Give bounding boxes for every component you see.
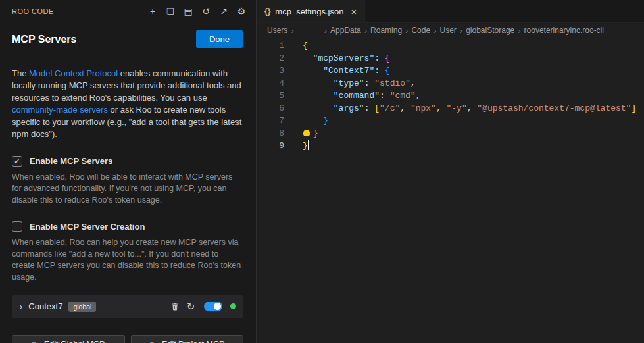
code-line[interactable]: 8} bbox=[257, 127, 644, 140]
breadcrumb-separator-icon: › bbox=[324, 26, 327, 36]
pencil-icon: ✎ bbox=[149, 340, 157, 343]
edit-project-mcp-button[interactable]: ✎ Edit Project MCP bbox=[131, 335, 244, 343]
community-made-servers-link[interactable]: community-made servers bbox=[12, 105, 108, 115]
code-line[interactable]: 5 "command": "cmd", bbox=[257, 90, 644, 102]
intro-segment: The bbox=[12, 68, 29, 78]
mcp-server-row[interactable]: › Context7 global ↻ bbox=[12, 295, 243, 318]
open-in-editor-icon[interactable]: ↗ bbox=[218, 6, 229, 16]
setting-label: Enable MCP Server Creation bbox=[30, 222, 145, 232]
topbar-icons: +❏▤↺↗⚙ bbox=[147, 6, 247, 16]
code-line[interactable]: 7 } bbox=[257, 115, 644, 127]
app-window: ROO CODE +❏▤↺↗⚙ MCP Servers Done The Mod… bbox=[0, 0, 644, 343]
breadcrumb-item[interactable]: User bbox=[439, 26, 456, 35]
sidebar-topbar: ROO CODE +❏▤↺↗⚙ bbox=[0, 0, 256, 22]
breadcrumb-item[interactable]: Roaming bbox=[370, 26, 402, 35]
breadcrumb-separator-icon: › bbox=[518, 26, 520, 36]
json-file-icon: {} bbox=[264, 7, 270, 16]
line-number: 1 bbox=[257, 40, 284, 52]
editor-tab-bar: {} mcp_settings.json × bbox=[257, 0, 644, 23]
line-number: 7 bbox=[257, 115, 284, 127]
breadcrumb-item[interactable]: Users bbox=[267, 26, 287, 35]
breadcrumb-separator-icon: › bbox=[460, 26, 462, 36]
breadcrumb-separator-icon: › bbox=[405, 26, 408, 36]
line-number: 4 bbox=[257, 77, 284, 90]
lightbulb-icon[interactable] bbox=[303, 130, 310, 136]
restart-server-button[interactable]: ↻ bbox=[186, 301, 196, 313]
line-number: 8 bbox=[257, 127, 284, 140]
breadcrumb-item[interactable]: globalStorage bbox=[466, 26, 514, 35]
server-enabled-toggle[interactable] bbox=[204, 302, 222, 311]
breadcrumb-item[interactable]: Code bbox=[411, 26, 430, 35]
code-lines: 1{2 "mcpServers": {3 "Context7": {4 "typ… bbox=[257, 38, 644, 343]
settings-gear-icon[interactable]: ⚙ bbox=[236, 6, 247, 16]
enable-mcp-servers-setting: ✓ Enable MCP Servers When enabled, Roo w… bbox=[0, 156, 256, 207]
breadcrumb-item[interactable]: AppData bbox=[330, 26, 361, 35]
roo-code-sidebar: ROO CODE +❏▤↺↗⚙ MCP Servers Done The Mod… bbox=[0, 0, 257, 343]
code-line[interactable]: 1{ bbox=[257, 40, 644, 52]
tab-filename: mcp_settings.json bbox=[275, 7, 343, 16]
mcp-edit-actions: ✎ Edit Global MCP ✎ Edit Project MCP bbox=[12, 335, 243, 343]
breadcrumb-separator-icon: › bbox=[433, 26, 436, 36]
breadcrumb: Users››AppData›Roaming›Code›User›globalS… bbox=[257, 23, 644, 38]
edit-project-mcp-label: Edit Project MCP bbox=[162, 340, 224, 343]
history-icon[interactable]: ↺ bbox=[201, 6, 211, 16]
new-doc-icon[interactable]: ❏ bbox=[165, 6, 176, 16]
code-line[interactable]: 9} bbox=[257, 140, 644, 152]
code-line[interactable]: 6 "args": ["/c", "npx", "-y", "@upstash/… bbox=[257, 102, 644, 115]
done-button[interactable]: Done bbox=[196, 30, 243, 48]
page-title: MCP Servers bbox=[12, 34, 76, 45]
server-scope-badge: global bbox=[68, 302, 96, 312]
delete-server-button[interactable] bbox=[170, 302, 180, 311]
server-status-dot bbox=[230, 303, 236, 309]
code-line[interactable]: 4 "type": "stdio", bbox=[257, 77, 644, 90]
chevron-right-icon[interactable]: › bbox=[19, 302, 22, 312]
server-name: Context7 bbox=[28, 302, 62, 311]
plus-icon[interactable]: + bbox=[147, 6, 158, 16]
code-line[interactable]: 2 "mcpServers": { bbox=[257, 52, 644, 65]
page-header: MCP Servers Done bbox=[0, 22, 256, 48]
trash-icon bbox=[170, 302, 180, 311]
setting-description: When enabled, Roo can help you create ne… bbox=[12, 237, 243, 283]
edit-global-mcp-button[interactable]: ✎ Edit Global MCP bbox=[12, 335, 125, 343]
checkmark-icon: ✓ bbox=[14, 157, 20, 165]
line-number: 5 bbox=[257, 90, 284, 102]
line-number: 2 bbox=[257, 52, 284, 65]
intro-text: The Model Context Protocol enables commu… bbox=[0, 48, 256, 141]
mcp-servers-icon[interactable]: ▤ bbox=[183, 6, 193, 16]
tab-mcp-settings-json[interactable]: {} mcp_settings.json × bbox=[257, 0, 365, 22]
extension-title: ROO CODE bbox=[12, 7, 54, 15]
breadcrumb-separator-icon: › bbox=[364, 26, 367, 36]
model-context-protocol-link[interactable]: Model Context Protocol bbox=[29, 68, 118, 78]
line-number: 6 bbox=[257, 102, 284, 115]
breadcrumb-item[interactable]: rooveterinaryinc.roo-cli bbox=[524, 26, 604, 35]
pencil-icon: ✎ bbox=[32, 340, 39, 343]
text-cursor bbox=[308, 140, 309, 150]
code-line[interactable]: 3 "Context7": { bbox=[257, 65, 644, 77]
line-number: 3 bbox=[257, 65, 284, 77]
enable-mcp-server-creation-checkbox[interactable] bbox=[12, 221, 22, 232]
close-tab-icon[interactable]: × bbox=[351, 6, 357, 17]
breadcrumb-separator-icon: › bbox=[291, 26, 293, 36]
enable-mcp-server-creation-setting: Enable MCP Server Creation When enabled,… bbox=[0, 221, 256, 283]
edit-global-mcp-label: Edit Global MCP bbox=[44, 340, 105, 343]
setting-label: Enable MCP Servers bbox=[30, 156, 112, 166]
setting-description: When enabled, Roo will be able to intera… bbox=[12, 172, 243, 207]
code-editor: {} mcp_settings.json × Users››AppData›Ro… bbox=[257, 0, 644, 343]
line-number: 9 bbox=[257, 140, 284, 152]
enable-mcp-servers-checkbox[interactable]: ✓ bbox=[12, 156, 22, 167]
